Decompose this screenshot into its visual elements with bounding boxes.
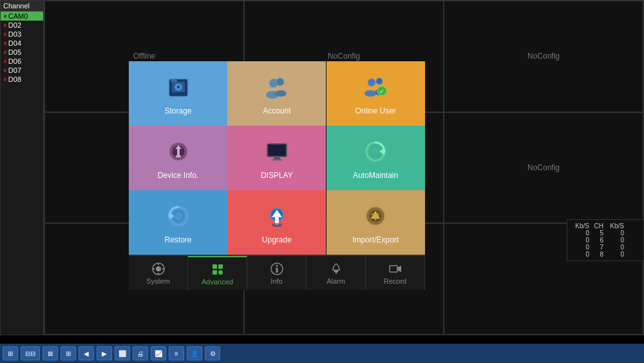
tab-system[interactable]: System <box>129 256 188 290</box>
tab-record[interactable]: Record <box>366 256 425 290</box>
stats-row-4-left: 0 <box>570 251 589 258</box>
taskbar-btn-3[interactable]: ⊠ <box>43 346 58 360</box>
channel-item-label: CAM0 <box>8 12 28 20</box>
channel-item-cam0[interactable]: ×CAM0 <box>1 12 43 21</box>
channel-x-mark: × <box>3 22 7 29</box>
channel-x-mark: × <box>3 76 7 83</box>
stats-row-4-ch: 8 <box>591 251 603 258</box>
menu-item-display[interactable]: DISPLAY <box>227 126 326 190</box>
cell-2-label: NoConfig <box>328 52 360 61</box>
svg-rect-41 <box>218 264 223 269</box>
grid-cell-6: NoConfig <box>444 112 643 224</box>
channel-item-label: D05 <box>8 48 21 56</box>
svg-rect-17 <box>176 155 181 157</box>
svg-point-9 <box>368 79 375 86</box>
svg-point-6 <box>276 78 284 86</box>
tab-advanced[interactable]: Advanced <box>188 256 247 290</box>
taskbar-btn-1[interactable]: ⊞ <box>3 346 18 360</box>
menu-item-device-info[interactable]: Device Info. <box>129 126 227 190</box>
menu-item-auto-maintain[interactable]: AutoMaintain <box>327 126 425 190</box>
stats-row-3-left: 0 <box>570 244 589 251</box>
taskbar-btn-5[interactable]: ⬜ <box>115 346 130 360</box>
svg-point-45 <box>276 264 278 266</box>
tab-alarm-label: Alarm <box>327 277 345 285</box>
account-icon <box>261 72 292 103</box>
tab-bar: System Advanced Info <box>129 255 425 290</box>
taskbar-btn-forward[interactable]: ▶ <box>97 346 112 360</box>
online-user-icon: ✓ <box>360 72 391 103</box>
svg-text:✓: ✓ <box>379 88 384 95</box>
menu-item-import-export[interactable]: Import/Export <box>327 190 425 255</box>
stats-row-1-left: 0 <box>570 230 589 237</box>
channel-item-label: D08 <box>8 75 21 83</box>
taskbar-btn-back[interactable]: ◀ <box>79 346 94 360</box>
svg-rect-49 <box>390 266 397 272</box>
display-icon <box>261 136 292 167</box>
stats-panel: Kb/S CH Kb/S 0 5 0 0 6 0 0 7 0 0 8 0 <box>567 219 644 261</box>
channel-x-mark: × <box>3 67 7 74</box>
svg-rect-19 <box>269 145 285 155</box>
channel-item-label: D04 <box>8 39 21 47</box>
channel-sidebar: Channel ×CAM0×D02×D03×D04×D05×D06×D07×D0… <box>0 0 44 335</box>
taskbar-btn-user[interactable]: 👤 <box>187 346 202 360</box>
channel-x-mark: × <box>3 13 7 20</box>
tab-system-label: System <box>146 277 170 285</box>
tab-info[interactable]: Info <box>247 256 307 290</box>
info-tab-icon <box>270 262 284 276</box>
alarm-tab-icon <box>329 262 343 276</box>
auto-maintain-label: AutoMaintain <box>353 171 398 180</box>
taskbar-btn-4[interactable]: ⊞ <box>61 346 76 360</box>
channel-header: Channel <box>1 1 43 12</box>
stats-header-right: Kb/S <box>605 222 624 230</box>
channel-item-d06[interactable]: ×D06 <box>1 57 43 66</box>
channel-item-d08[interactable]: ×D08 <box>1 75 43 84</box>
channel-item-d05[interactable]: ×D05 <box>1 48 43 57</box>
channel-x-mark: × <box>3 58 7 65</box>
online-user-label: Online User <box>355 106 395 115</box>
stats-row-2-right: 0 <box>605 237 624 244</box>
channel-item-label: D02 <box>8 21 21 29</box>
menu-item-upgrade[interactable]: Upgrade <box>227 190 326 255</box>
menu-item-restore[interactable]: Restore <box>129 190 227 255</box>
record-tab-icon <box>388 262 402 276</box>
menu-overlay: Storage Account <box>129 61 425 290</box>
upgrade-label: Upgrade <box>262 235 292 244</box>
svg-rect-40 <box>213 264 217 269</box>
svg-point-26 <box>173 211 184 221</box>
svg-point-3 <box>177 86 180 88</box>
cell-1-label: Offline <box>133 52 155 61</box>
grid-cell-3: NoConfig <box>444 1 643 112</box>
channel-item-d03[interactable]: ×D03 <box>1 30 43 39</box>
channel-item-d04[interactable]: ×D04 <box>1 39 43 48</box>
account-label: Account <box>263 106 290 115</box>
svg-point-43 <box>218 270 223 275</box>
auto-maintain-icon <box>360 136 391 167</box>
svg-point-23 <box>370 146 381 157</box>
display-label: DISPLAY <box>261 171 293 180</box>
tab-info-label: Info <box>270 277 282 285</box>
svg-point-48 <box>335 271 337 273</box>
channel-item-d07[interactable]: ×D07 <box>1 66 43 75</box>
channel-x-mark: × <box>3 40 7 47</box>
taskbar-btn-2[interactable]: ⊟⊟ <box>21 346 40 360</box>
restore-label: Restore <box>164 235 191 244</box>
channel-item-d02[interactable]: ×D02 <box>1 21 43 30</box>
taskbar-btn-chart[interactable]: 📈 <box>151 346 166 360</box>
svg-point-11 <box>365 90 376 97</box>
tab-alarm[interactable]: Alarm <box>307 256 366 290</box>
channel-x-mark: × <box>3 31 7 38</box>
taskbar-btn-settings[interactable]: ⚙ <box>205 346 220 360</box>
menu-item-storage[interactable]: Storage <box>129 61 227 126</box>
taskbar-btn-list[interactable]: ≡ <box>169 346 184 360</box>
taskbar-btn-print[interactable]: 🖨 <box>133 346 148 360</box>
menu-item-account[interactable]: Account <box>227 61 326 126</box>
svg-rect-21 <box>272 159 282 161</box>
channel-header-label: Channel <box>3 2 30 10</box>
svg-marker-50 <box>397 266 401 272</box>
menu-item-online-user[interactable]: ✓ Online User <box>327 61 425 126</box>
tab-record-label: Record <box>384 277 406 285</box>
taskbar: ⊞ ⊟⊟ ⊠ ⊞ ◀ ▶ ⬜ 🖨 📈 ≡ 👤 ⚙ <box>0 344 644 363</box>
svg-rect-4 <box>171 79 177 82</box>
svg-point-29 <box>272 223 282 227</box>
import-export-icon <box>360 201 391 231</box>
